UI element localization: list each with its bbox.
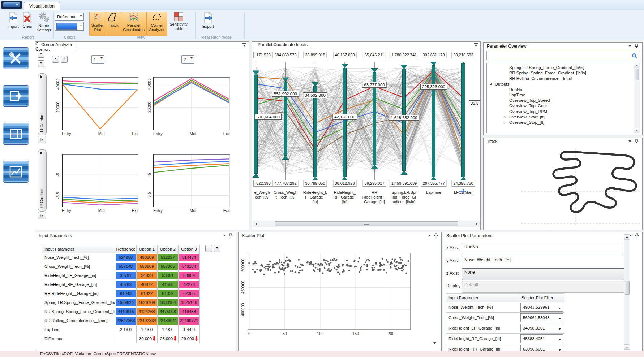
scatter-params-scrollbar[interactable]: [624, 234, 630, 350]
z-axis-label: z Axis:: [446, 271, 459, 276]
chart-view-button[interactable]: [3, 161, 29, 183]
x-tick-row: EntryMidExit: [62, 208, 138, 213]
tree-item[interactable]: Overview_Top_Gear: [509, 104, 547, 108]
parallel-coordinates-tab[interactable]: Parallel Coordinate Inputs: [254, 41, 311, 49]
columns-add-button[interactable]: +: [61, 56, 68, 63]
parallel-coordinates-canvas[interactable]: [252, 62, 480, 181]
pin-icon[interactable]: [229, 233, 233, 238]
y-axis-label: y Axis:: [446, 258, 459, 263]
pin-icon[interactable]: [434, 233, 438, 238]
panel-menu-icon[interactable]: [242, 43, 246, 47]
parallel-coordinates-panel: Parallel Coordinate Inputs ,171.528584,6…: [252, 41, 481, 230]
pc-horizontal-scrollbar[interactable]: [253, 221, 480, 227]
tree-item[interactable]: LapTime: [509, 93, 525, 97]
value-chip: 61043: [116, 290, 136, 297]
reference-color-dropdown[interactable]: [55, 22, 84, 31]
reset-button[interactable]: R: [38, 136, 46, 143]
corner-2-dropdown[interactable]: 2: [181, 55, 194, 64]
filter-dropdown[interactable]: 49043,529961: [520, 303, 563, 312]
tree-item[interactable]: RunNo: [509, 87, 522, 92]
panel-menu-icon[interactable]: [474, 43, 478, 47]
scroll-right-icon[interactable]: [476, 222, 479, 225]
panel-collapse-caret[interactable]: [628, 140, 631, 144]
pin-icon[interactable]: [635, 233, 639, 238]
clear-button[interactable]: Clear: [21, 12, 34, 35]
scroll-thumb[interactable]: [275, 221, 458, 226]
column-header[interactable]: Option 3: [178, 245, 199, 253]
filter-dropdown[interactable]: 45383,4051: [520, 334, 563, 343]
value-chip: 524258: [116, 254, 136, 261]
column-header[interactable]: Option 2: [157, 245, 178, 253]
column-header[interactable]: Reference: [115, 245, 136, 253]
tree-item[interactable]: Overview_Start_[ft]: [509, 115, 545, 119]
zoom-out-button[interactable]: -: [38, 51, 44, 58]
tree-collapsed-icon[interactable]: ▷: [504, 115, 506, 119]
tab-visualisation[interactable]: Visualisation: [24, 2, 60, 10]
name-settings-button[interactable]: Name Settings: [35, 12, 53, 35]
reset-button[interactable]: R: [38, 212, 46, 219]
panel-collapse-caret[interactable]: [428, 235, 431, 238]
scroll-left-icon[interactable]: [254, 222, 257, 225]
axis-min-value: 1,459,891.039: [390, 180, 418, 187]
axis-expander-lfcamber[interactable]: LFCamber: [38, 73, 47, 135]
tree-item[interactable]: Spring.LR.Spring_Force_Gradient_[lb/in]: [509, 65, 584, 70]
z-axis-dropdown[interactable]: None: [462, 268, 629, 280]
pin-icon[interactable]: [635, 139, 639, 144]
corner-analyzer-tab[interactable]: Corner Analyzer: [38, 41, 76, 49]
display-dropdown[interactable]: Default: [462, 281, 629, 293]
axis-expander-rfcamber[interactable]: RFCamber: [38, 149, 47, 212]
tree-item[interactable]: Overview_Top_Speed: [509, 98, 550, 103]
parameter-overview-title: Parameter Overview: [487, 44, 526, 49]
x-axis-field[interactable]: RunNo: [462, 243, 629, 254]
corner-1-dropdown[interactable]: 1: [91, 55, 104, 64]
filter-dropdown[interactable]: 569961,53043: [520, 313, 563, 322]
tree-scrollbar[interactable]: [634, 63, 640, 133]
column-header[interactable]: Option 1: [136, 245, 157, 253]
move-axis-icon[interactable]: [460, 189, 467, 194]
sensitivity-table-button[interactable]: Sensitivity Table: [168, 12, 189, 35]
panel-collapse-caret[interactable]: [223, 235, 226, 238]
track-toggle-button[interactable]: Track: [106, 12, 121, 36]
value-chip: 543184: [179, 263, 199, 270]
parameter-name: RideHeight_LF_Garage_[in]: [42, 271, 115, 280]
table-row: Nose_Weight_Tech_[%]52425849880951222751…: [42, 253, 200, 262]
tree-item[interactable]: RR Spring..Spring_Force_Gradient_[lb/in]: [509, 71, 586, 75]
filter-dropdown[interactable]: 34998,3301: [520, 324, 563, 332]
parameter-search-input[interactable]: [486, 51, 640, 60]
corner-chart-1: [62, 77, 138, 130]
zoom-in-button[interactable]: +: [38, 60, 44, 67]
column-header[interactable]: Scatter Plot Filter: [519, 294, 564, 302]
application-menu-button[interactable]: [1, 1, 22, 9]
column-header[interactable]: Input Parameter: [42, 245, 115, 253]
panel-collapse-caret[interactable]: [628, 45, 631, 48]
tree-item[interactable]: Overview_Stop_[ft]: [509, 120, 544, 125]
corner-analyzer-toggle-button[interactable]: Corner Analyzer: [146, 12, 167, 36]
scatter-plot-toggle-button[interactable]: Scatter Plot: [89, 12, 106, 36]
scatter-options-caret[interactable]: [433, 342, 436, 345]
value-chip: 22492334: [137, 317, 157, 325]
import-button[interactable]: Import: [4, 12, 22, 35]
x-tick-label: Exit: [223, 208, 230, 213]
tree-item[interactable]: Overview_Top_RPM: [509, 109, 547, 114]
add-option-button[interactable]: +: [214, 245, 220, 252]
y-axis-field[interactable]: Nose_Weight_Tech_[%]: [462, 256, 629, 267]
parallel-coordinates-toggle-button[interactable]: Parallel Coordinates: [121, 12, 146, 36]
status-bar: E:\CSVFiles\DOE_Variation_CornerSpec PRE…: [0, 351, 644, 357]
tree-item[interactable]: RR Rolling_Circumference__[mm]: [509, 76, 572, 80]
tree-item[interactable]: Outputs: [495, 82, 509, 86]
reference-dropdown[interactable]: Reference: [55, 13, 84, 21]
remove-option-button[interactable]: -: [205, 245, 212, 252]
columns-remove-button[interactable]: -: [52, 56, 59, 63]
chevron-down-icon: [16, 4, 18, 7]
export-button[interactable]: Export: [199, 12, 217, 35]
column-header[interactable]: Input Parameter: [446, 294, 519, 302]
tree-collapsed-icon[interactable]: ▷: [504, 121, 506, 124]
setup-tools-button[interactable]: [3, 47, 29, 69]
value-chip: 41588: [158, 281, 178, 288]
export-window-button[interactable]: [3, 85, 29, 107]
tree-expanded-icon[interactable]: ◢: [489, 82, 492, 86]
search-icon[interactable]: [632, 53, 637, 59]
pin-icon[interactable]: [635, 44, 639, 48]
data-table-button[interactable]: [3, 123, 29, 145]
axis-label: RideHeight_LF_Garage_[in]: [299, 190, 331, 204]
